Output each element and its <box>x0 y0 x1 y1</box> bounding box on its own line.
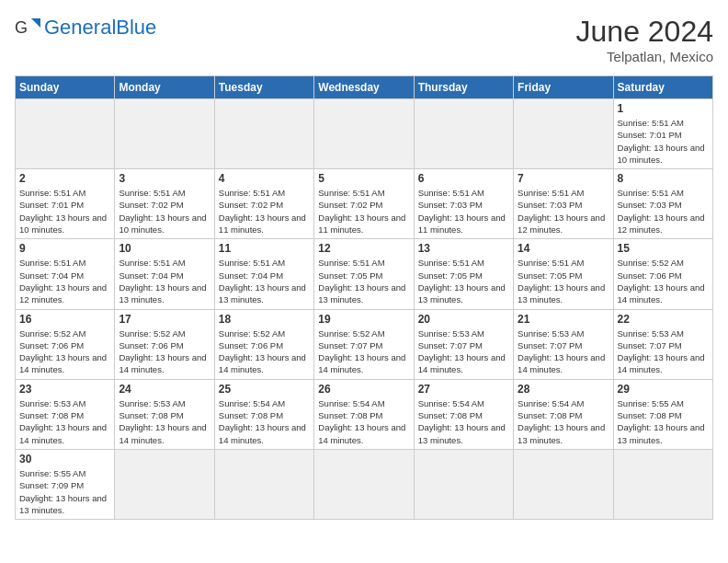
day-number: 28 <box>518 383 609 396</box>
day-number: 25 <box>219 383 310 396</box>
calendar-day-cell: 20Sunrise: 5:53 AMSunset: 7:07 PMDayligh… <box>414 309 513 379</box>
day-number: 15 <box>618 242 709 255</box>
day-number: 10 <box>119 242 210 255</box>
calendar-day-cell <box>16 99 115 169</box>
day-number: 12 <box>318 242 409 255</box>
calendar-day-cell: 12Sunrise: 5:51 AMSunset: 7:05 PMDayligh… <box>314 239 414 309</box>
day-number: 9 <box>19 242 110 255</box>
day-number: 27 <box>418 383 509 396</box>
logo-icon: G <box>15 15 40 40</box>
calendar-day-cell: 19Sunrise: 5:52 AMSunset: 7:07 PMDayligh… <box>314 309 414 379</box>
calendar-day-cell <box>115 449 214 519</box>
day-info: Sunrise: 5:54 AMSunset: 7:08 PMDaylight:… <box>418 397 509 446</box>
day-info: Sunrise: 5:51 AMSunset: 7:04 PMDaylight:… <box>219 257 310 305</box>
calendar-day-cell: 21Sunrise: 5:53 AMSunset: 7:07 PMDayligh… <box>514 309 613 379</box>
calendar-day-cell: 17Sunrise: 5:52 AMSunset: 7:06 PMDayligh… <box>115 309 214 379</box>
day-info: Sunrise: 5:51 AMSunset: 7:03 PMDaylight:… <box>518 187 609 236</box>
calendar-day-cell: 8Sunrise: 5:51 AMSunset: 7:03 PMDaylight… <box>613 169 712 239</box>
calendar-day-cell: 6Sunrise: 5:51 AMSunset: 7:03 PMDaylight… <box>414 169 513 239</box>
day-info: Sunrise: 5:51 AMSunset: 7:05 PMDaylight:… <box>418 257 509 305</box>
day-info: Sunrise: 5:51 AMSunset: 7:04 PMDaylight:… <box>119 257 210 305</box>
calendar-day-cell: 13Sunrise: 5:51 AMSunset: 7:05 PMDayligh… <box>414 239 513 309</box>
calendar-day-cell: 16Sunrise: 5:52 AMSunset: 7:06 PMDayligh… <box>16 309 115 379</box>
day-number: 29 <box>618 383 709 396</box>
calendar-day-cell: 5Sunrise: 5:51 AMSunset: 7:02 PMDaylight… <box>314 169 414 239</box>
day-info: Sunrise: 5:54 AMSunset: 7:08 PMDaylight:… <box>219 397 310 446</box>
day-number: 13 <box>418 242 509 255</box>
calendar-day-cell: 24Sunrise: 5:53 AMSunset: 7:08 PMDayligh… <box>115 379 214 449</box>
day-info: Sunrise: 5:51 AMSunset: 7:05 PMDaylight:… <box>518 257 609 305</box>
calendar-day-cell <box>613 449 712 519</box>
calendar-day-cell: 29Sunrise: 5:55 AMSunset: 7:08 PMDayligh… <box>613 379 712 449</box>
day-info: Sunrise: 5:51 AMSunset: 7:01 PMDaylight:… <box>19 187 110 236</box>
day-number: 19 <box>318 313 409 326</box>
weekday-header: Saturday <box>613 76 712 99</box>
calendar-day-cell: 1Sunrise: 5:51 AMSunset: 7:01 PMDaylight… <box>613 99 712 169</box>
title-block: June 2024 Telpatlan, Mexico <box>576 15 713 64</box>
calendar-day-cell: 26Sunrise: 5:54 AMSunset: 7:08 PMDayligh… <box>314 379 414 449</box>
month-title: June 2024 <box>576 15 713 49</box>
day-info: Sunrise: 5:53 AMSunset: 7:07 PMDaylight:… <box>518 327 609 376</box>
calendar-day-cell: 9Sunrise: 5:51 AMSunset: 7:04 PMDaylight… <box>16 239 115 309</box>
day-info: Sunrise: 5:52 AMSunset: 7:06 PMDaylight:… <box>618 257 709 305</box>
calendar-day-cell: 18Sunrise: 5:52 AMSunset: 7:06 PMDayligh… <box>214 309 313 379</box>
calendar-day-cell <box>314 99 414 169</box>
svg-text:G: G <box>15 18 28 37</box>
weekday-header: Sunday <box>16 76 115 99</box>
calendar-week-row: 1Sunrise: 5:51 AMSunset: 7:01 PMDaylight… <box>16 99 713 169</box>
day-number: 17 <box>119 313 210 326</box>
day-info: Sunrise: 5:51 AMSunset: 7:03 PMDaylight:… <box>618 187 709 236</box>
weekday-header: Friday <box>514 76 613 99</box>
day-info: Sunrise: 5:53 AMSunset: 7:08 PMDaylight:… <box>19 397 110 446</box>
calendar-day-cell: 14Sunrise: 5:51 AMSunset: 7:05 PMDayligh… <box>514 239 613 309</box>
calendar-day-cell: 25Sunrise: 5:54 AMSunset: 7:08 PMDayligh… <box>214 379 313 449</box>
page-header: G GeneralBlue June 2024 Telpatlan, Mexic… <box>15 15 713 64</box>
day-info: Sunrise: 5:51 AMSunset: 7:05 PMDaylight:… <box>318 257 409 305</box>
calendar-day-cell <box>314 449 414 519</box>
calendar-day-cell <box>214 449 313 519</box>
day-number: 16 <box>19 313 110 326</box>
calendar-week-row: 9Sunrise: 5:51 AMSunset: 7:04 PMDaylight… <box>16 239 713 309</box>
day-number: 4 <box>219 172 310 185</box>
calendar-day-cell <box>414 99 513 169</box>
calendar-day-cell <box>514 99 613 169</box>
logo: G GeneralBlue <box>15 15 156 40</box>
weekday-header: Wednesday <box>314 76 414 99</box>
day-number: 30 <box>19 453 110 465</box>
day-info: Sunrise: 5:51 AMSunset: 7:04 PMDaylight:… <box>19 257 110 305</box>
day-number: 8 <box>618 172 709 185</box>
calendar-day-cell <box>115 99 214 169</box>
logo-text: GeneralBlue <box>44 17 156 38</box>
calendar-day-cell: 30Sunrise: 5:55 AMSunset: 7:09 PMDayligh… <box>16 449 115 519</box>
day-number: 1 <box>618 102 709 115</box>
calendar-day-cell: 3Sunrise: 5:51 AMSunset: 7:02 PMDaylight… <box>115 169 214 239</box>
day-number: 22 <box>618 313 709 326</box>
day-info: Sunrise: 5:53 AMSunset: 7:07 PMDaylight:… <box>418 327 509 376</box>
svg-marker-1 <box>31 18 40 28</box>
day-info: Sunrise: 5:51 AMSunset: 7:02 PMDaylight:… <box>219 187 310 236</box>
day-number: 6 <box>418 172 509 185</box>
day-number: 5 <box>318 172 409 185</box>
day-number: 18 <box>219 313 310 326</box>
calendar-day-cell: 11Sunrise: 5:51 AMSunset: 7:04 PMDayligh… <box>214 239 313 309</box>
day-info: Sunrise: 5:52 AMSunset: 7:06 PMDaylight:… <box>19 327 110 376</box>
day-info: Sunrise: 5:52 AMSunset: 7:07 PMDaylight:… <box>318 327 409 376</box>
calendar-day-cell: 27Sunrise: 5:54 AMSunset: 7:08 PMDayligh… <box>414 379 513 449</box>
day-info: Sunrise: 5:51 AMSunset: 7:02 PMDaylight:… <box>119 187 210 236</box>
day-info: Sunrise: 5:54 AMSunset: 7:08 PMDaylight:… <box>318 397 409 446</box>
day-number: 26 <box>318 383 409 396</box>
day-info: Sunrise: 5:55 AMSunset: 7:08 PMDaylight:… <box>618 397 709 446</box>
day-info: Sunrise: 5:54 AMSunset: 7:08 PMDaylight:… <box>518 397 609 446</box>
calendar-week-row: 30Sunrise: 5:55 AMSunset: 7:09 PMDayligh… <box>16 449 713 519</box>
day-number: 7 <box>518 172 609 185</box>
calendar-week-row: 16Sunrise: 5:52 AMSunset: 7:06 PMDayligh… <box>16 309 713 379</box>
calendar-day-cell: 22Sunrise: 5:53 AMSunset: 7:07 PMDayligh… <box>613 309 712 379</box>
weekday-header-row: SundayMondayTuesdayWednesdayThursdayFrid… <box>16 76 713 99</box>
calendar-day-cell: 10Sunrise: 5:51 AMSunset: 7:04 PMDayligh… <box>115 239 214 309</box>
day-info: Sunrise: 5:53 AMSunset: 7:07 PMDaylight:… <box>618 327 709 376</box>
calendar-day-cell: 15Sunrise: 5:52 AMSunset: 7:06 PMDayligh… <box>613 239 712 309</box>
day-number: 21 <box>518 313 609 326</box>
weekday-header: Thursday <box>414 76 513 99</box>
day-info: Sunrise: 5:52 AMSunset: 7:06 PMDaylight:… <box>219 327 310 376</box>
weekday-header: Tuesday <box>214 76 313 99</box>
